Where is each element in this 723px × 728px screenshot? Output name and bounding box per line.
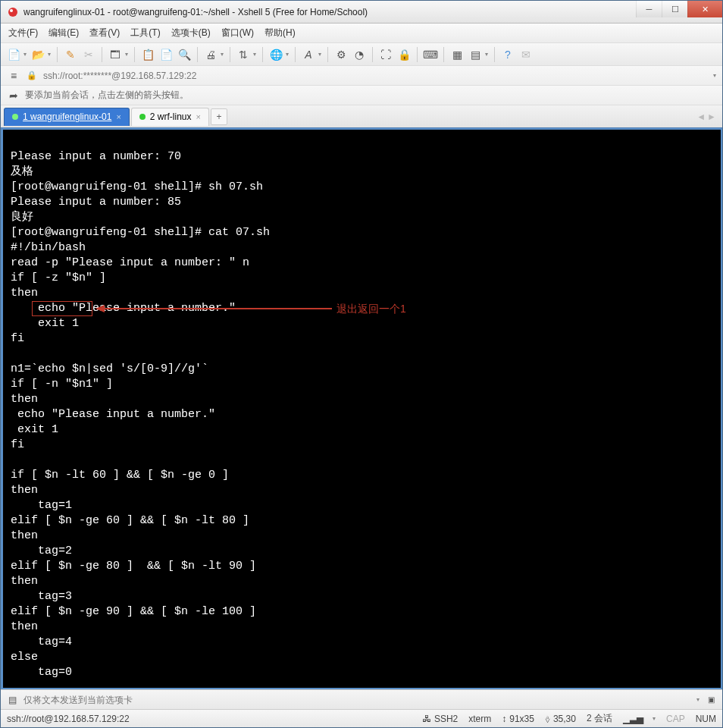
- properties-icon[interactable]: 🗔: [108, 48, 122, 61]
- compose-input[interactable]: [23, 695, 693, 705]
- status-sessions: 2 会话: [587, 712, 612, 725]
- separator: [417, 47, 418, 62]
- send-mode-icon[interactable]: ▤: [5, 693, 19, 707]
- menu-tools[interactable]: 工具(T): [130, 27, 160, 39]
- compose-dropdown[interactable]: ▾: [696, 696, 700, 703]
- address-text[interactable]: ssh://root:********@192.168.57.129:22: [43, 71, 710, 81]
- term-line: then: [11, 529, 38, 542]
- open-session-icon[interactable]: 📂: [31, 48, 45, 61]
- lock-icon[interactable]: 🔒: [397, 48, 411, 61]
- separator: [230, 47, 230, 62]
- add-tab-button[interactable]: +: [211, 108, 227, 125]
- menu-window[interactable]: 窗口(W): [221, 27, 254, 39]
- app-icon: [7, 6, 19, 18]
- statusbar: ssh://root@192.168.57.129:22 🖧SSH2 xterm…: [1, 709, 722, 727]
- status-dropdown[interactable]: ▾: [653, 715, 656, 722]
- term-line: then: [11, 484, 38, 497]
- term-line: 良好: [11, 211, 33, 224]
- transfer-icon[interactable]: ⇅: [236, 48, 250, 61]
- term-line: 及格: [11, 165, 33, 178]
- term-line: if [ -n "$n1" ]: [11, 378, 113, 391]
- term-line: fi: [11, 332, 24, 345]
- help-icon[interactable]: ?: [501, 48, 515, 61]
- separator: [262, 47, 263, 62]
- highlight-box: [32, 301, 92, 316]
- fullscreen-icon[interactable]: ⛶: [379, 48, 393, 61]
- svg-point-0: [8, 8, 17, 17]
- arrow-line: [105, 308, 332, 309]
- find-icon[interactable]: 🔍: [177, 48, 191, 61]
- term-line: tag=2: [11, 544, 72, 557]
- maximize-button[interactable]: ☐: [662, 1, 687, 17]
- status-protocol: 🖧SSH2: [422, 714, 458, 724]
- compose-icon[interactable]: ✉: [519, 48, 533, 61]
- window-controls: ─ ☐ ✕: [636, 1, 722, 23]
- tab-nav: ◄ ►: [696, 111, 719, 122]
- copy-icon[interactable]: 📋: [141, 48, 155, 61]
- separator: [295, 47, 296, 62]
- arrow-add-icon[interactable]: ➦: [7, 89, 20, 102]
- tab-prev-icon[interactable]: ◄: [696, 111, 706, 122]
- term-line: elif [ $n -ge 90 ] && [ $n -le 100 ]: [11, 605, 256, 618]
- annotation-text: 退出返回一个1: [336, 301, 406, 316]
- status-num: NUM: [696, 714, 716, 724]
- term-line: n1=`echo $n|sed 's/[0-9]//g'`: [11, 362, 208, 375]
- terminal[interactable]: Please input a number: 70 及格 [root@wangr…: [1, 128, 722, 689]
- separator: [372, 47, 373, 62]
- keyboard-icon[interactable]: ⌨: [424, 48, 437, 61]
- term-line: if [ $n -lt 60 ] && [ $n -ge 0 ]: [11, 469, 229, 482]
- address-bar: ≡ 🔒 ssh://root:********@192.168.57.129:2…: [1, 66, 722, 86]
- menu-tabs[interactable]: 选项卡(B): [171, 27, 211, 39]
- menubar: 文件(F) 编辑(E) 查看(V) 工具(T) 选项卡(B) 窗口(W) 帮助(…: [1, 24, 722, 43]
- menu-view[interactable]: 查看(V): [89, 27, 120, 39]
- term-line: [root@wangruifeng-01 shell]# cat 07.sh: [11, 226, 270, 239]
- font-icon[interactable]: A: [302, 48, 315, 61]
- status-signal-icon: ▁▃▅: [623, 714, 643, 724]
- session-manager-icon[interactable]: ≡: [7, 69, 20, 83]
- tile-icon[interactable]: ▦: [450, 48, 464, 61]
- term-line: then: [11, 287, 38, 300]
- address-dropdown[interactable]: ▾: [713, 72, 716, 79]
- term-line: exit 1: [11, 317, 79, 330]
- tab-next-icon[interactable]: ►: [707, 111, 716, 122]
- arrow-head-icon: [95, 305, 105, 312]
- status-dot-icon: [139, 114, 146, 120]
- term-line: then: [11, 575, 38, 588]
- new-session-icon[interactable]: 📄: [7, 48, 20, 61]
- term-line: read -p "Please input a number: " n: [11, 256, 249, 269]
- tab-close-icon[interactable]: ×: [116, 112, 121, 121]
- session-tab-2[interactable]: 2 wrf-linux ×: [131, 108, 209, 126]
- reconnect-icon[interactable]: ✎: [64, 48, 77, 61]
- cascade-icon[interactable]: ▤: [468, 48, 482, 61]
- disconnect-icon[interactable]: ✂: [82, 48, 95, 61]
- tab-label: 2 wrf-linux: [150, 111, 192, 122]
- minimize-button[interactable]: ─: [636, 1, 662, 17]
- menu-file[interactable]: 文件(F): [8, 27, 38, 39]
- hint-bar: ➦ 要添加当前会话，点击左侧的箭头按钮。: [1, 86, 722, 105]
- session-tab-1[interactable]: 1 wangruifenglinux-01 ×: [4, 108, 130, 126]
- term-line: #!/bin/bash: [11, 241, 86, 254]
- term-line: elif [ $n -ge 60 ] && [ $n -lt 80 ]: [11, 514, 249, 527]
- compose-expand-icon[interactable]: ▣: [704, 693, 718, 707]
- paste-icon[interactable]: 📄: [159, 48, 173, 61]
- xagent-icon[interactable]: ◔: [352, 48, 366, 61]
- compose-bar: ▤ ▾ ▣: [1, 689, 722, 709]
- tab-close-icon[interactable]: ×: [196, 112, 201, 121]
- term-line: echo "Please input a number.": [11, 408, 215, 421]
- titlebar[interactable]: wangruifenglinux-01 - root@wangruifeng-0…: [1, 1, 722, 24]
- svg-point-1: [10, 9, 13, 12]
- script-icon[interactable]: ⚙: [334, 48, 348, 61]
- term-line: Please input a number: 70: [11, 150, 181, 163]
- term-line: [root@wangruifeng-01 shell]# sh 07.sh: [11, 180, 263, 193]
- status-connection: ssh://root@192.168.57.129:22: [7, 714, 412, 724]
- separator: [197, 47, 198, 62]
- app-window: wangruifenglinux-01 - root@wangruifeng-0…: [0, 0, 723, 728]
- toolbar: 📄▾ 📂▾ ✎ ✂ 🗔▾ 📋 📄 🔍 🖨▾ ⇅▾ 🌐▾ A▾ ⚙ ◔ ⛶ 🔒 ⌨…: [1, 43, 722, 66]
- ssh-icon: 🖧: [422, 714, 431, 724]
- term-line: else: [11, 651, 38, 664]
- menu-help[interactable]: 帮助(H): [264, 27, 296, 39]
- print-icon[interactable]: 🖨: [204, 48, 218, 61]
- menu-edit[interactable]: 编辑(E): [49, 27, 79, 39]
- close-button[interactable]: ✕: [687, 1, 722, 17]
- globe-icon[interactable]: 🌐: [269, 48, 283, 61]
